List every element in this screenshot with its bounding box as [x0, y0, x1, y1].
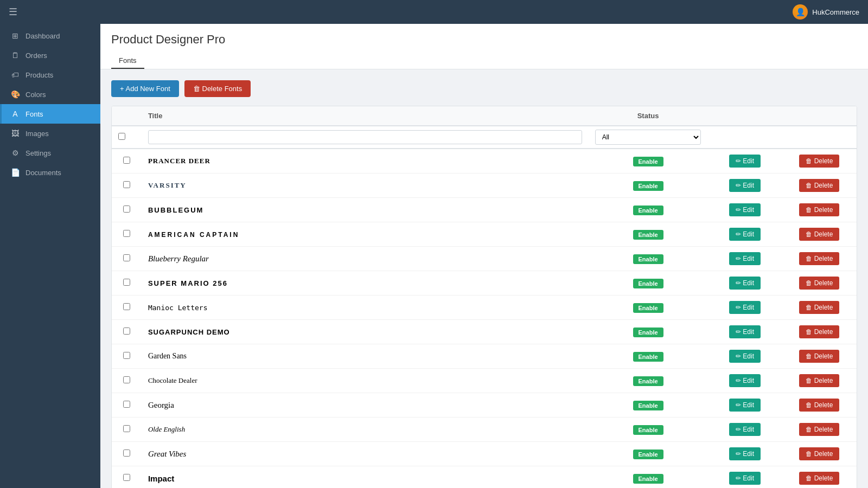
row-checkbox-cell [112, 222, 142, 247]
edit-button[interactable]: ✏ Edit [729, 203, 761, 216]
filter-delete-cell [782, 126, 857, 149]
row-status-cell: Enable [589, 222, 708, 247]
fonts-table: Title Status A [112, 106, 857, 488]
sidebar-item-orders[interactable]: 🗒 Orders [0, 46, 100, 65]
row-checkbox[interactable] [123, 206, 130, 213]
font-title: AMERICAN CAPTAIN [148, 231, 239, 239]
status-badge: Enable [633, 401, 663, 410]
sidebar-item-settings[interactable]: ⚙ Settings [0, 143, 100, 163]
row-delete-cell: 🗑 Delete [782, 466, 857, 489]
edit-button[interactable]: ✏ Edit [729, 325, 761, 338]
font-title: VARSITY [148, 181, 187, 189]
col-header-check [112, 106, 142, 126]
sidebar-item-fonts[interactable]: A Fonts [0, 104, 100, 124]
row-status-cell: Enable [589, 247, 708, 271]
sidebar-label-colors: Colors [25, 91, 46, 99]
row-status-cell: Enable [589, 418, 708, 442]
title-filter-input[interactable] [148, 130, 582, 144]
status-badge: Enable [633, 230, 663, 240]
row-delete-cell: 🗑 Delete [782, 149, 857, 174]
edit-button[interactable]: ✏ Edit [729, 447, 761, 460]
row-edit-cell: ✏ Edit [707, 198, 782, 222]
edit-button[interactable]: ✏ Edit [729, 350, 761, 363]
row-edit-cell: ✏ Edit [707, 174, 782, 198]
edit-button[interactable]: ✏ Edit [729, 399, 761, 412]
row-title-cell: Chocolate Dealer [142, 369, 589, 393]
sidebar-item-documents[interactable]: 📄 Documents [0, 163, 100, 182]
menu-toggle-icon[interactable]: ☰ [9, 6, 17, 18]
row-checkbox[interactable] [123, 157, 130, 164]
sidebar-item-products[interactable]: 🏷 Products [0, 65, 100, 85]
table-row: Olde English Enable ✏ Edit 🗑 Delete [112, 418, 857, 442]
select-all-checkbox[interactable] [118, 133, 125, 140]
sidebar-label-images: Images [25, 130, 49, 138]
edit-button[interactable]: ✏ Edit [729, 228, 761, 241]
row-edit-cell: ✏ Edit [707, 442, 782, 466]
row-status-cell: Enable [589, 271, 708, 296]
edit-button[interactable]: ✏ Edit [729, 277, 761, 290]
page-title: Product Designer Pro [111, 33, 857, 47]
row-checkbox[interactable] [123, 376, 130, 383]
row-checkbox[interactable] [123, 450, 130, 457]
row-delete-cell: 🗑 Delete [782, 296, 857, 320]
edit-button[interactable]: ✏ Edit [729, 472, 761, 485]
delete-button[interactable]: 🗑 Delete [799, 350, 839, 363]
add-font-button[interactable]: + Add New Font [111, 80, 179, 97]
delete-fonts-button[interactable]: 🗑 Delete Fonts [184, 80, 251, 97]
font-title: BUBBLEGUM [148, 206, 204, 214]
sidebar-item-dashboard[interactable]: ⊞ Dashboard [0, 26, 100, 46]
edit-button[interactable]: ✏ Edit [729, 301, 761, 314]
row-checkbox[interactable] [123, 303, 130, 310]
row-status-cell: Enable [589, 198, 708, 222]
edit-button[interactable]: ✏ Edit [729, 155, 761, 168]
delete-button[interactable]: 🗑 Delete [799, 179, 839, 192]
row-checkbox[interactable] [123, 230, 130, 237]
row-checkbox-cell [112, 418, 142, 442]
delete-button[interactable]: 🗑 Delete [799, 277, 839, 290]
col-header-status: Status [589, 106, 708, 126]
table-row: Manioc Letters Enable ✏ Edit 🗑 Delete [112, 296, 857, 320]
row-title-cell: BUBBLEGUM [142, 198, 589, 222]
sidebar-item-images[interactable]: 🖼 Images [0, 124, 100, 143]
row-checkbox[interactable] [123, 181, 130, 188]
delete-button[interactable]: 🗑 Delete [799, 472, 839, 485]
row-checkbox-cell [112, 247, 142, 271]
edit-button[interactable]: ✏ Edit [729, 252, 761, 265]
delete-button[interactable]: 🗑 Delete [799, 155, 839, 168]
row-checkbox[interactable] [123, 474, 130, 481]
edit-button[interactable]: ✏ Edit [729, 179, 761, 192]
font-title: Chocolate Dealer [148, 376, 197, 384]
status-filter-select[interactable]: All Enable Disable [595, 130, 701, 145]
delete-button[interactable]: 🗑 Delete [799, 301, 839, 314]
delete-button[interactable]: 🗑 Delete [799, 203, 839, 216]
delete-button[interactable]: 🗑 Delete [799, 325, 839, 338]
breadcrumb-fonts-tab[interactable]: Fonts [111, 53, 144, 69]
edit-button[interactable]: ✏ Edit [729, 374, 761, 387]
row-checkbox[interactable] [123, 352, 130, 359]
font-title: SUPER MARIO 256 [148, 279, 228, 287]
row-title-cell: SUPER MARIO 256 [142, 271, 589, 296]
user-name: HukCommerce [812, 8, 859, 16]
delete-button[interactable]: 🗑 Delete [799, 423, 839, 436]
row-checkbox[interactable] [123, 279, 130, 286]
delete-button[interactable]: 🗑 Delete [799, 399, 839, 412]
row-status-cell: Enable [589, 344, 708, 369]
row-checkbox[interactable] [123, 254, 130, 261]
row-checkbox[interactable] [123, 401, 130, 408]
delete-button[interactable]: 🗑 Delete [799, 252, 839, 265]
delete-button[interactable]: 🗑 Delete [799, 228, 839, 241]
edit-button[interactable]: ✏ Edit [729, 423, 761, 436]
table-row: Blueberry Regular Enable ✏ Edit 🗑 Delete [112, 247, 857, 271]
delete-button[interactable]: 🗑 Delete [799, 374, 839, 387]
delete-button[interactable]: 🗑 Delete [799, 447, 839, 460]
row-title-cell: Georgia [142, 393, 589, 418]
row-title-cell: SUGARPUNCH DEMO [142, 320, 589, 344]
row-delete-cell: 🗑 Delete [782, 344, 857, 369]
row-checkbox[interactable] [123, 425, 130, 432]
sidebar-item-colors[interactable]: 🎨 Colors [0, 85, 100, 104]
sidebar-label-settings: Settings [25, 149, 51, 157]
row-delete-cell: 🗑 Delete [782, 271, 857, 296]
row-checkbox[interactable] [123, 328, 130, 335]
font-title: Great Vibes [148, 450, 186, 458]
row-title-cell: Great Vibes [142, 442, 589, 466]
